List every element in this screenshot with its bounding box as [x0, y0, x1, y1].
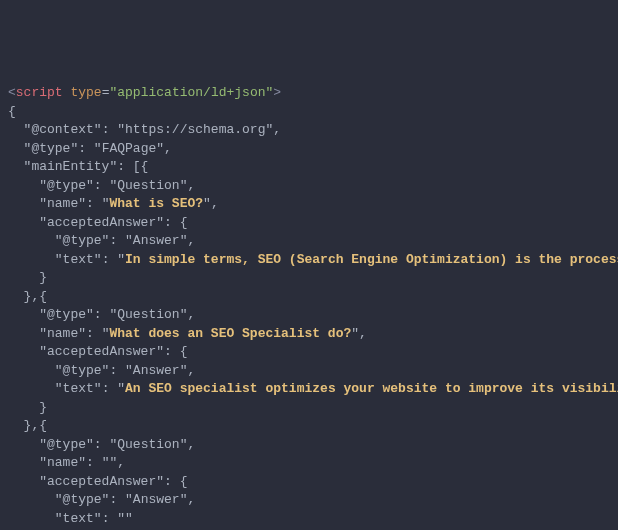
json-key: "name" [8, 196, 86, 211]
json-key: "text" [8, 511, 102, 526]
code-line: { [8, 104, 16, 119]
code-line: },{ [8, 289, 47, 304]
open-angle: < [8, 85, 16, 100]
attr-name: type [70, 85, 101, 100]
json-key: "@type" [8, 233, 109, 248]
json-value: "Question" [109, 178, 187, 193]
json-key: "acceptedAnswer" [8, 344, 164, 359]
highlighted-text: What is SEO? [109, 196, 203, 211]
json-key: "acceptedAnswer" [8, 215, 164, 230]
highlighted-text: In simple terms, SEO (Search Engine Opti… [125, 252, 618, 267]
highlighted-text: What does an SEO Specialist do? [109, 326, 351, 341]
json-key: "acceptedAnswer" [8, 474, 164, 489]
json-value: "https://schema.org" [117, 122, 273, 137]
json-key: "@type" [8, 363, 109, 378]
json-key: "mainEntity" [8, 159, 117, 174]
attr-value: "application/ld+json" [109, 85, 273, 100]
json-value: "Answer" [125, 492, 187, 507]
json-key: "name" [8, 326, 86, 341]
json-value: "FAQPage" [94, 141, 164, 156]
json-value: "Answer" [125, 233, 187, 248]
json-key: "@type" [8, 178, 94, 193]
json-value: "Answer" [125, 363, 187, 378]
code-block: <script type="application/ld+json"> { "@… [8, 84, 610, 530]
tag-name: script [16, 85, 63, 100]
code-line: },{ [8, 418, 47, 433]
close-angle: > [273, 85, 281, 100]
json-key: "text" [8, 252, 102, 267]
json-value: "" [102, 455, 118, 470]
json-key: "@type" [8, 141, 78, 156]
json-key: "name" [8, 455, 86, 470]
json-key: "@type" [8, 492, 109, 507]
json-key: "@context" [8, 122, 102, 137]
json-value: "Question" [109, 307, 187, 322]
code-line: } [8, 270, 47, 285]
json-value: "Question" [109, 437, 187, 452]
json-value: "" [117, 511, 133, 526]
json-key: "@type" [8, 307, 94, 322]
json-key: "text" [8, 381, 102, 396]
highlighted-text: An SEO specialist optimizes your website… [125, 381, 618, 396]
json-key: "@type" [8, 437, 94, 452]
code-line: } [8, 400, 47, 415]
